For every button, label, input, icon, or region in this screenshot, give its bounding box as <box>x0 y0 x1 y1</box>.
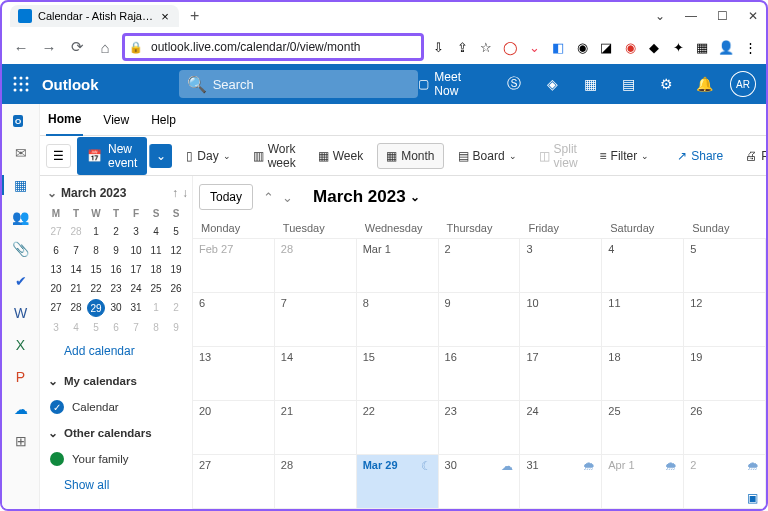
show-all-link[interactable]: Show all <box>44 470 188 500</box>
calendar-icon[interactable]: ▦ <box>578 72 602 96</box>
day-cell[interactable]: 16 <box>439 347 521 401</box>
week-view-button[interactable]: ▦Week <box>310 144 371 168</box>
day-cell[interactable]: Feb 27 <box>193 239 275 293</box>
ext-icon[interactable]: ◯ <box>502 39 518 55</box>
day-cell[interactable]: 21 <box>275 401 357 455</box>
tab-view[interactable]: View <box>101 105 131 135</box>
mini-day-cell[interactable]: 3 <box>126 223 146 240</box>
workweek-view-button[interactable]: ▥Work week <box>245 137 304 175</box>
ext-icon[interactable]: ◉ <box>574 39 590 55</box>
address-bar[interactable]: 🔒 <box>122 33 424 61</box>
mini-day-cell[interactable]: 15 <box>86 261 106 278</box>
rail-onedrive-icon[interactable]: ☁ <box>10 398 32 420</box>
day-cell[interactable]: 25 <box>602 401 684 455</box>
mini-day-cell[interactable]: 28 <box>66 223 86 240</box>
day-cell[interactable]: 7 <box>275 293 357 347</box>
mini-day-cell[interactable]: 20 <box>46 280 66 297</box>
day-cell[interactable]: 11 <box>602 293 684 347</box>
next-month-icon[interactable]: ↓ <box>182 186 188 200</box>
ext-icon[interactable]: ◧ <box>550 39 566 55</box>
prev-month-icon[interactable]: ↑ <box>172 186 178 200</box>
mini-day-cell[interactable]: 3 <box>46 319 66 336</box>
month-view-button[interactable]: ▦Month <box>377 143 443 169</box>
mini-day-cell[interactable]: 18 <box>146 261 166 278</box>
mini-day-cell[interactable]: 2 <box>106 223 126 240</box>
forward-button[interactable]: → <box>38 36 60 58</box>
day-cell[interactable]: 5 <box>684 239 766 293</box>
mini-day-cell[interactable]: 14 <box>66 261 86 278</box>
mini-day-cell[interactable]: 7 <box>66 242 86 259</box>
rail-files-icon[interactable]: 📎 <box>10 238 32 260</box>
mini-day-cell[interactable]: 2 <box>166 299 186 317</box>
mini-day-cell[interactable]: 8 <box>146 319 166 336</box>
day-cell[interactable]: 26 <box>684 401 766 455</box>
rail-word-icon[interactable]: W <box>10 302 32 324</box>
mini-day-cell[interactable]: 25 <box>146 280 166 297</box>
menu-icon[interactable]: ⋮ <box>742 39 758 55</box>
skype-icon[interactable]: Ⓢ <box>502 72 526 96</box>
mini-day-cell[interactable]: 22 <box>86 280 106 297</box>
install-icon[interactable]: ⇩ <box>430 39 446 55</box>
add-calendar-link[interactable]: Add calendar <box>44 336 188 366</box>
mini-day-cell[interactable]: 12 <box>166 242 186 259</box>
ext-icon[interactable]: ◆ <box>646 39 662 55</box>
rail-powerpoint-icon[interactable]: P <box>10 366 32 388</box>
filter-button[interactable]: ≡Filter⌄ <box>592 144 658 168</box>
mini-day-cell[interactable]: 5 <box>166 223 186 240</box>
share-icon[interactable]: ⇪ <box>454 39 470 55</box>
day-cell[interactable]: 4 <box>602 239 684 293</box>
today-button[interactable]: Today <box>199 184 253 210</box>
mini-day-cell[interactable]: 13 <box>46 261 66 278</box>
mini-day-cell[interactable]: 6 <box>106 319 126 336</box>
mini-day-cell[interactable]: 1 <box>146 299 166 317</box>
refresh-button[interactable]: ⟳ <box>66 36 88 58</box>
day-cell[interactable]: 9 <box>439 293 521 347</box>
share-button[interactable]: ↗Share <box>669 144 731 168</box>
day-cell[interactable]: 31🌧 <box>520 455 602 509</box>
mini-day-cell[interactable]: 11 <box>146 242 166 259</box>
mini-day-cell[interactable]: 16 <box>106 261 126 278</box>
mini-day-cell[interactable]: 21 <box>66 280 86 297</box>
day-cell[interactable]: 13 <box>193 347 275 401</box>
day-cell[interactable]: 27 <box>193 455 275 509</box>
rail-mail-icon[interactable]: ✉ <box>10 142 32 164</box>
rail-excel-icon[interactable]: X <box>10 334 32 356</box>
day-cell[interactable]: 28 <box>275 239 357 293</box>
day-cell[interactable]: 30☁ <box>439 455 521 509</box>
new-event-dropdown[interactable]: ⌄ <box>149 144 172 168</box>
profile-icon[interactable]: 👤 <box>718 39 734 55</box>
ext-icon[interactable]: ◉ <box>622 39 638 55</box>
browser-tab[interactable]: Calendar - Atish Rajasekharan - × <box>10 5 179 27</box>
ext-icon[interactable]: ▦ <box>694 39 710 55</box>
day-cell[interactable]: 23 <box>439 401 521 455</box>
rail-outlook-icon[interactable]: O <box>10 110 32 132</box>
mini-day-cell[interactable]: 4 <box>66 319 86 336</box>
calendar-item[interactable]: ✓Calendar <box>44 396 188 418</box>
tab-home[interactable]: Home <box>46 104 83 136</box>
rail-people-icon[interactable]: 👥 <box>10 206 32 228</box>
prev-button[interactable]: ⌃ <box>263 190 274 205</box>
day-cell[interactable]: 2 <box>439 239 521 293</box>
settings-icon[interactable]: ⚙ <box>654 72 678 96</box>
new-event-button[interactable]: 📅 New event <box>77 137 147 175</box>
star-icon[interactable]: ☆ <box>478 39 494 55</box>
rail-more-icon[interactable]: ⊞ <box>10 430 32 452</box>
mini-day-cell[interactable]: 27 <box>46 299 66 317</box>
calendar-item[interactable]: Your family <box>44 448 188 470</box>
day-cell[interactable]: 6 <box>193 293 275 347</box>
mini-day-cell[interactable]: 9 <box>166 319 186 336</box>
day-cell[interactable]: 24 <box>520 401 602 455</box>
avatar[interactable]: AR <box>730 71 756 97</box>
day-cell[interactable]: 22 <box>357 401 439 455</box>
day-cell[interactable]: 17 <box>520 347 602 401</box>
minimize-icon[interactable]: — <box>685 9 697 23</box>
day-cell[interactable]: 10 <box>520 293 602 347</box>
other-calendars-header[interactable]: ⌄Other calendars <box>44 418 188 448</box>
mini-day-cell[interactable]: 30 <box>106 299 126 317</box>
maximize-icon[interactable]: ☐ <box>717 9 728 23</box>
day-cell[interactable]: 3 <box>520 239 602 293</box>
day-cell[interactable]: 20 <box>193 401 275 455</box>
mini-day-cell[interactable]: 29 <box>87 299 105 317</box>
tab-help[interactable]: Help <box>149 105 178 135</box>
rail-calendar-icon[interactable]: ▦ <box>10 174 32 196</box>
